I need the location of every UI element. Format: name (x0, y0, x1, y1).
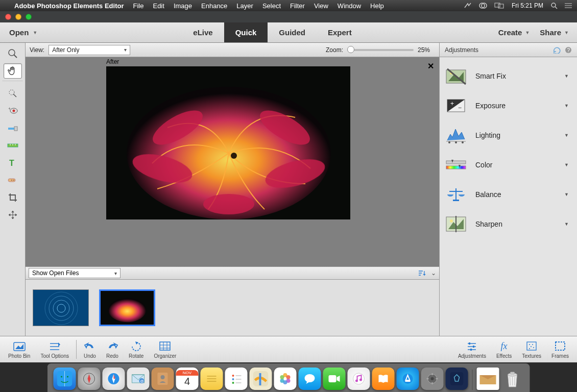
dock-appstore[interactable] (397, 368, 419, 390)
adjust-sharpen[interactable]: Sharpen▼ (442, 209, 575, 239)
dock-messages[interactable] (299, 368, 321, 390)
tool-options-button[interactable]: Tool Options (35, 340, 77, 359)
textures-button[interactable]: Textures (517, 340, 546, 359)
svg-point-117 (280, 379, 284, 383)
dock-mail[interactable]: @ (127, 368, 150, 390)
sharpen-icon (445, 213, 467, 235)
dock-safari[interactable] (103, 368, 125, 390)
notification-center-icon[interactable] (565, 3, 572, 9)
adjust-balance[interactable]: Balance▼ (442, 180, 575, 209)
move-tool[interactable] (4, 207, 22, 223)
tab-elive[interactable]: eLive (182, 22, 224, 42)
dock-pse[interactable] (446, 368, 468, 390)
help-icon[interactable]: ? (565, 46, 572, 54)
spotlight-icon[interactable] (550, 2, 558, 9)
svg-point-64 (450, 219, 453, 223)
tab-expert[interactable]: Expert (317, 22, 363, 42)
straighten-tool[interactable] (4, 138, 22, 153)
dock-finder[interactable] (54, 368, 76, 390)
quick-select-tool[interactable] (4, 86, 22, 101)
dock-downloads[interactable] (477, 368, 499, 390)
effects-button[interactable]: fxEffects (491, 340, 517, 359)
menu-image[interactable]: Image (174, 2, 192, 10)
dock-launchpad[interactable] (78, 368, 101, 390)
adjust-exposure[interactable]: +− Exposure▼ (442, 91, 575, 120)
whiten-tool[interactable] (4, 120, 22, 136)
color-icon (445, 154, 467, 176)
zoom-slider[interactable] (347, 49, 414, 51)
dock-notes[interactable] (201, 368, 223, 390)
tab-guided[interactable]: Guided (268, 22, 317, 42)
svg-rect-83 (527, 342, 536, 350)
reset-icon[interactable] (552, 46, 561, 54)
menu-layer[interactable]: Layer (236, 2, 253, 10)
crop-tool[interactable] (4, 190, 22, 205)
organizer-button[interactable]: Organizer (149, 340, 181, 359)
behance-icon[interactable] (464, 3, 472, 9)
hand-tool[interactable] (4, 63, 22, 79)
chevron-down-icon: ▼ (564, 74, 569, 79)
bin-thumbnail-1[interactable] (33, 289, 89, 326)
view-mode-dropdown[interactable]: After Only (49, 45, 130, 55)
dock-itunes[interactable] (348, 368, 370, 390)
app-menu[interactable]: Adobe Photoshop Elements Editor (14, 2, 124, 10)
dock-ibooks[interactable] (372, 368, 395, 390)
dock-facetime[interactable] (323, 368, 346, 390)
window-close-button[interactable] (5, 14, 11, 20)
redo-icon (106, 340, 118, 352)
dock-preferences[interactable] (421, 368, 444, 390)
adjustments-button[interactable]: Adjustments (453, 340, 491, 359)
window-zoom-button[interactable] (26, 14, 32, 20)
dock-calendar[interactable]: NOV4 (176, 368, 199, 390)
bin-filter-dropdown[interactable]: Show Open Files (29, 268, 121, 278)
spot-heal-tool[interactable] (4, 173, 22, 188)
frames-button[interactable]: Frames (546, 340, 574, 359)
type-tool[interactable]: T (4, 155, 22, 170)
rotate-icon (130, 340, 142, 352)
dock-contacts[interactable] (152, 368, 174, 390)
dock-photos[interactable] (274, 368, 297, 390)
dock-maps[interactable] (250, 368, 272, 390)
svg-point-54 (462, 141, 464, 143)
window-minimize-button[interactable] (15, 14, 21, 20)
menu-help[interactable]: Help (370, 2, 384, 10)
undo-button[interactable]: Undo (79, 340, 101, 359)
open-menu-button[interactable]: Open ▼ (0, 28, 46, 37)
rotate-button[interactable]: Rotate (124, 340, 149, 359)
clock[interactable]: Fri 5:21 PM (512, 2, 543, 9)
menu-view[interactable]: View (314, 2, 328, 10)
exposure-icon: +− (445, 95, 467, 116)
menu-edit[interactable]: Edit (153, 2, 164, 10)
photo-bin-button[interactable]: Photo Bin (3, 340, 35, 359)
menu-filter[interactable]: Filter (290, 2, 305, 10)
display-mirror-icon[interactable] (494, 2, 504, 9)
menu-enhance[interactable]: Enhance (201, 2, 227, 10)
create-menu-button[interactable]: Create▼ (498, 28, 530, 37)
close-document-button[interactable]: ✕ (427, 61, 434, 71)
share-menu-button[interactable]: Share▼ (540, 28, 569, 37)
svg-point-87 (529, 348, 530, 349)
window-titlebar (0, 11, 577, 22)
dock-trash[interactable] (501, 368, 524, 390)
redo-button[interactable]: Redo (101, 340, 124, 359)
bin-thumbnail-2[interactable] (99, 289, 155, 326)
bin-collapse-icon[interactable]: ⌄ (431, 270, 436, 277)
zoom-tool[interactable] (4, 46, 22, 61)
svg-rect-82 (470, 349, 472, 351)
menu-file[interactable]: File (133, 2, 144, 10)
adjust-color[interactable]: Color▼ (442, 150, 575, 180)
zoom-slider-thumb[interactable] (347, 46, 354, 53)
tab-quick[interactable]: Quick (224, 22, 268, 42)
svg-point-33 (231, 153, 237, 159)
adjust-smart-fix[interactable]: Smart Fix▼ (442, 61, 575, 91)
svg-text:+: + (8, 107, 11, 111)
redeye-tool[interactable]: + (4, 103, 22, 118)
menu-window[interactable]: Window (338, 2, 361, 10)
work-area: + T View: After Only Zoom: 25% ✕ After (0, 43, 577, 336)
document-image[interactable] (106, 66, 350, 219)
menu-select[interactable]: Select (262, 2, 281, 10)
adjust-lighting[interactable]: Lighting▼ (442, 120, 575, 150)
dock-reminders[interactable] (225, 368, 248, 390)
cc-icon[interactable] (479, 2, 487, 9)
bin-sort-icon[interactable] (418, 270, 426, 276)
